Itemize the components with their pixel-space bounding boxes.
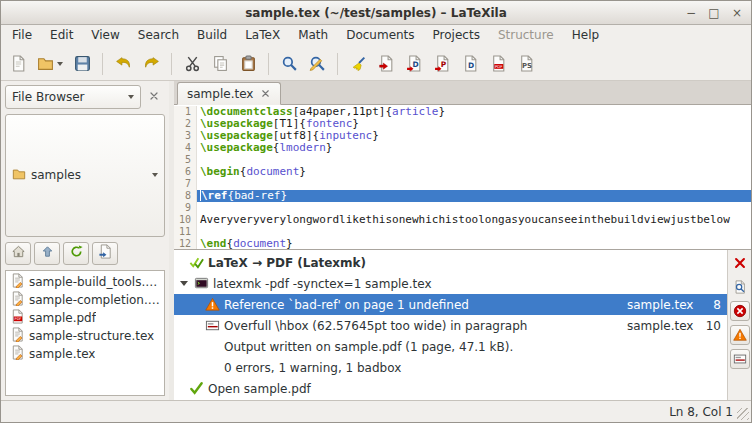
home-button[interactable] [5,242,31,265]
editor-line-3[interactable]: 3\usepackage[utf8]{inputenc} [174,130,751,142]
check-icon [188,381,204,397]
editor-line-2[interactable]: 2\usepackage[T1]{fontenc} [174,118,751,130]
menu-search[interactable]: Search [129,25,188,47]
build-job-open-pdf[interactable]: Open sample.pdf [174,378,727,399]
find-button[interactable] [276,51,302,77]
save-button[interactable] [69,51,95,77]
paste-button[interactable] [235,51,261,77]
dropdown-caret-icon [57,62,63,66]
close-side-panel-button[interactable] [143,86,165,108]
build-messages: LaTeX → PDF (Latexmk)latexmk -pdf -synct… [174,250,727,400]
resize-grip[interactable] [737,408,749,420]
minimize-button[interactable]: − [683,5,699,21]
clean-build-files-button[interactable] [345,51,371,77]
compile-latex-button[interactable]: D [401,51,427,77]
main-content: File Browser samples sample-build_tools.… [1,81,751,400]
menu-build[interactable]: Build [188,25,236,47]
menu-latex[interactable]: LaTeX [236,25,289,47]
line-number: 12 [174,238,197,249]
show-build-details-button[interactable] [730,277,750,297]
redo-button[interactable] [138,51,164,77]
new-document-icon [10,55,27,72]
menu-documents[interactable]: Documents [337,25,423,47]
goto-document-folder-button[interactable] [92,242,118,265]
open-button[interactable] [33,51,67,77]
copy-button[interactable] [207,51,233,77]
badboxes-filter-button[interactable] [730,349,750,369]
line-number: 8 [174,190,197,202]
line-code: \ref{bad-ref} [197,190,751,202]
compile-pdflatex-button[interactable]: P [429,51,455,77]
menu-edit[interactable]: Edit [41,25,82,47]
line-code: \end{document} [197,238,751,249]
line-code: \usepackage{lmodern} [197,142,751,154]
editor-line-5[interactable]: 5 [174,154,751,166]
view-pdf-button[interactable]: PDF [485,51,511,77]
file-item[interactable]: PDFsample.pdf [6,309,164,327]
editor-line-9[interactable]: 9 [174,202,751,214]
view-ps-button[interactable]: PS [513,51,539,77]
build-message-line: 8 [703,298,725,312]
editor-line-6[interactable]: 6\begin{document} [174,166,751,178]
cut-button[interactable] [179,51,205,77]
menu-projects[interactable]: Projects [424,25,489,47]
editor-line-4[interactable]: 4\usepackage{lmodern} [174,142,751,154]
parent-folder-button[interactable] [34,242,60,265]
warning-icon [733,328,747,342]
file-item[interactable]: sample.tex [6,345,164,363]
line-number: 3 [174,130,197,142]
build-message-warning[interactable]: Reference `bad-ref' on page 1 undefineds… [174,294,727,315]
editor-line-10[interactable]: 10Averyveryverylongwordlikethisonewhichi… [174,214,751,226]
warnings-filter-button[interactable] [730,325,750,345]
text-editor[interactable]: 1\documentclass[a4paper,11pt]{article}2\… [174,105,751,249]
maximize-button[interactable]: □ [706,5,722,21]
menu-help[interactable]: Help [563,25,608,47]
tab-sample-tex[interactable]: sample.tex [177,82,281,105]
build-command[interactable]: latexmk -pdf -synctex=1 sample.tex [174,273,727,294]
statusbar: Ln 8, Col 1 [1,400,751,422]
menu-file[interactable]: File [3,25,41,47]
editor-line-1[interactable]: 1\documentclass[a4paper,11pt]{article} [174,106,751,118]
view-dvi-button[interactable]: D [457,51,483,77]
undo-button[interactable] [110,51,136,77]
build-message-text: latexmk -pdf -synctex=1 sample.tex [213,277,725,291]
panel-selector-combo[interactable]: File Browser [5,85,141,109]
menu-structure[interactable]: Structure [489,25,563,47]
new-document-button[interactable] [5,51,31,77]
menu-math[interactable]: Math [289,25,337,47]
close-button[interactable]: × [729,5,745,21]
quick-build-button[interactable] [373,51,399,77]
editor-line-8[interactable]: 8\ref{bad-ref} [174,190,751,202]
file-item[interactable]: sample-completion.tex [6,291,164,309]
folder-icon [12,167,26,184]
refresh-button[interactable] [63,242,89,265]
check-double-icon [188,255,204,271]
tex-file-icon [10,345,25,363]
build-message-badbox[interactable]: Overfull \hbox (62.57645pt too wide) in … [174,315,727,336]
icon-spacer [204,339,220,355]
find-replace-button[interactable] [304,51,330,77]
toolbar-separator [171,53,172,75]
build-message-info[interactable]: Output written on sample.pdf (1 page, 47… [174,336,727,357]
folder-combo[interactable]: samples [5,114,165,237]
errors-filter-button[interactable] [730,301,750,321]
editor-line-7[interactable]: 7 [174,178,751,190]
copy-icon [212,55,229,72]
file-item[interactable]: sample-structure.tex [6,327,164,345]
close-build-view-button[interactable] [730,253,750,273]
editor-line-12[interactable]: 12\end{document} [174,238,751,249]
build-job-title[interactable]: LaTeX → PDF (Latexmk) [174,252,727,273]
refresh-icon [69,244,84,262]
expander-icon[interactable] [180,281,188,286]
line-number: 5 [174,154,197,166]
menu-view[interactable]: View [82,25,128,47]
build-message-summary[interactable]: 0 errors, 1 warning, 1 badbox [174,357,727,378]
badbox-icon [204,318,220,334]
line-number: 1 [174,106,197,118]
titlebar[interactable]: sample.tex (~/test/samples) – LaTeXila −… [1,1,751,25]
side-panel: File Browser samples sample-build_tools.… [1,81,169,400]
tab-close-icon[interactable] [260,88,271,99]
file-item[interactable]: sample-build_tools.tex [6,273,164,291]
editor-line-11[interactable]: 11 [174,226,751,238]
command-icon [193,276,209,292]
